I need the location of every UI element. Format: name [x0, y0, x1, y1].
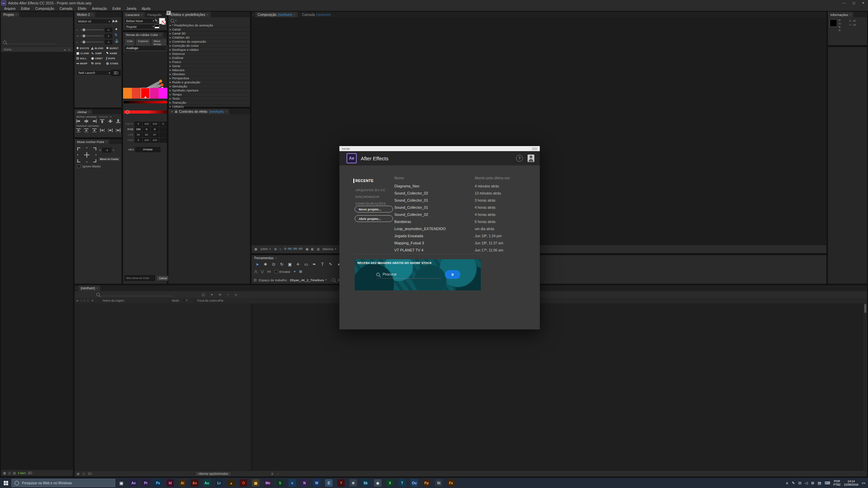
camera-tool[interactable]: ▣ [286, 261, 294, 268]
recent-file-name[interactable]: Sound_Collector_02 [394, 191, 533, 195]
timeline-layer-list[interactable] [75, 303, 251, 471]
project-folder-icon[interactable]: ◫ [8, 471, 11, 475]
move-to-custom-button[interactable]: Move to Custo [98, 156, 121, 162]
workspace-icon[interactable]: ⊟ [254, 278, 256, 282]
tab-timeline[interactable]: (nenhum) ≡ [78, 285, 100, 291]
effects-search[interactable]: ▾ [171, 19, 177, 22]
rotation-tool[interactable]: ↻ [278, 261, 285, 268]
expand-arrow-icon[interactable]: ▶ [170, 73, 171, 75]
tab-projeto[interactable]: Projeto ≡ [1, 12, 19, 17]
motion-slider[interactable]: < 0 [76, 27, 112, 33]
trash-icon[interactable]: ⌦ [88, 472, 92, 475]
motion-effect-button[interactable]: ◎ STARE [106, 62, 120, 65]
taskbar-app-lightroom[interactable]: Lr [213, 478, 225, 488]
motion-blur-icon[interactable]: ◔ [227, 293, 229, 297]
effect-category-row[interactable]: ▶ Transição [169, 101, 250, 105]
taskbar-app-video[interactable]: Y [335, 478, 347, 488]
taskbar-app-telegram[interactable]: T [396, 478, 408, 488]
slider-handle[interactable] [126, 110, 130, 114]
taskbar-app-edge[interactable]: e [286, 478, 298, 488]
expand-layer-icon[interactable]: ◫ [82, 472, 85, 475]
tab-informacoes[interactable]: Informações≡ [828, 12, 853, 17]
close-button[interactable]: ✕ [859, 0, 868, 6]
align-left-icon[interactable] [76, 119, 81, 123]
stroke-color-swatch[interactable] [162, 21, 166, 25]
tray-expand-icon[interactable]: ∧ [786, 481, 788, 485]
action-center-icon[interactable]: ▭ [862, 481, 865, 485]
distribute-center-v-icon[interactable] [84, 128, 88, 132]
effect-category-row[interactable]: ▶ Tempo [169, 93, 250, 97]
adobe-stock-banner[interactable]: RECEBA DEZ IMAGENS GRÁTIS DO ADOBE STOCK… [355, 259, 481, 290]
clock[interactable]: 14:1421/06/2016 [844, 480, 859, 486]
recent-file-name[interactable]: Jogada Ensaiada [394, 234, 533, 238]
recent-file-name[interactable]: Diagrama_Neo [394, 184, 533, 188]
project-thumb-icon[interactable]: ▦ [3, 471, 6, 475]
align-right-icon[interactable] [92, 119, 97, 123]
slider-track[interactable] [81, 29, 103, 30]
align-center-v-icon[interactable] [108, 119, 113, 123]
effect-category-row[interactable]: ▶ Máscara [169, 68, 250, 72]
safe-areas-icon[interactable]: ⊞ [274, 247, 277, 251]
effect-category-row[interactable]: ▶ Canal [169, 27, 250, 32]
expand-arrow-icon[interactable]: ▶ [170, 44, 171, 47]
blur-toggle-icon[interactable]: ◔ [277, 472, 279, 475]
motion-preset-select[interactable]: Motion v2▼ [76, 19, 112, 24]
resolution-select[interactable]: Máxima▼ [323, 247, 336, 251]
expand-arrow-icon[interactable]: ▶ [170, 57, 171, 59]
taskbar-app-after-effects[interactable]: Ae [127, 478, 140, 488]
slider-thumb[interactable] [83, 41, 85, 43]
eyedropper-icon[interactable]: ✎ [155, 19, 157, 22]
distribute-right-icon[interactable] [116, 128, 120, 132]
align-target-select[interactable]: Seleção [99, 115, 108, 118]
color-swatch-selected[interactable] [141, 88, 150, 99]
mask-node3-icon[interactable]: ⋈ [267, 269, 271, 274]
panel-menu-icon[interactable]: ≡ [16, 13, 17, 16]
menu-item[interactable]: Janela [124, 7, 139, 11]
effect-category-row[interactable]: ▶ Simulação [169, 84, 250, 88]
effect-category-row[interactable]: ▶ Obsoleto [169, 72, 250, 76]
banner-search-input[interactable]: Procurar [382, 272, 397, 276]
recent-file-name[interactable]: Sound_Collector_01 [394, 198, 533, 202]
menu-item[interactable]: Camada [57, 7, 75, 11]
taskbar-app-indesign[interactable]: Id [164, 478, 176, 488]
menu-item[interactable]: Editar [18, 7, 33, 11]
motion-effect-button[interactable]: ▦ CLONE [76, 52, 91, 55]
hex-value[interactable]: FF0000 [135, 147, 160, 152]
wheel-handle[interactable] [159, 80, 162, 83]
expand-arrow-icon[interactable]: ▶ [170, 65, 171, 67]
motion-effect-button[interactable]: ◉ ORBIT [91, 57, 105, 60]
menu-item[interactable]: Efeito [75, 7, 89, 11]
panel-menu-icon[interactable]: ≡ [96, 287, 98, 290]
taskbar-app-premiere[interactable]: Pr [140, 478, 152, 488]
recent-file-name[interactable]: Loop_anymotion_EXTENDIDO [394, 227, 533, 231]
taskbar-app-excel[interactable]: X [384, 478, 396, 488]
taskbar-app-word[interactable]: W [311, 478, 323, 488]
distribute-top-icon[interactable] [76, 128, 81, 132]
slider-track[interactable] [81, 36, 103, 36]
banner-go-button[interactable]: Ir [445, 270, 460, 279]
menu-item[interactable]: Animação [89, 7, 110, 11]
tray-network-icon[interactable]: ⊞ [811, 481, 814, 485]
recent-file-name[interactable]: Mapping_Futsal 3 [394, 241, 533, 245]
expand-arrow-icon[interactable]: ▶ [170, 97, 171, 100]
tab-paragrafo[interactable]: Parágrafo [145, 12, 164, 17]
motion-effect-button[interactable]: ◭ BLEND [91, 46, 105, 50]
shade-gradient-slider[interactable] [124, 101, 167, 103]
start-button[interactable] [0, 478, 12, 488]
view-layout-icon[interactable]: ▦ [254, 247, 257, 251]
recent-file-row[interactable]: Sound_Collector_014 horas atrás [394, 204, 533, 211]
expand-arrow-icon[interactable]: ▶ [170, 24, 171, 26]
expand-arrow-icon[interactable]: ▶ [170, 101, 171, 104]
font-style-select[interactable]: Regular▼ [124, 24, 156, 29]
tab-alinhar[interactable]: Alinhar≡ [75, 109, 92, 114]
motion-slider[interactable]: > 0 [76, 39, 112, 45]
slider-thumb[interactable] [83, 35, 85, 37]
pen-tool[interactable]: ✒ [311, 261, 318, 268]
solo-column-icon[interactable]: ● [84, 299, 85, 302]
motion-effect-button[interactable]: ↻ SPIN [91, 62, 105, 65]
effect-category-row[interactable]: ▶ Synthetic Aperture [169, 88, 250, 93]
effect-category-row[interactable]: ▶ Correção de cores [169, 44, 250, 48]
rocket-icon[interactable]: ▲ [115, 27, 119, 30]
harmony-select[interactable]: Análogo⁞ [124, 45, 168, 51]
pan-behind-tool[interactable]: ✛ [294, 261, 302, 268]
